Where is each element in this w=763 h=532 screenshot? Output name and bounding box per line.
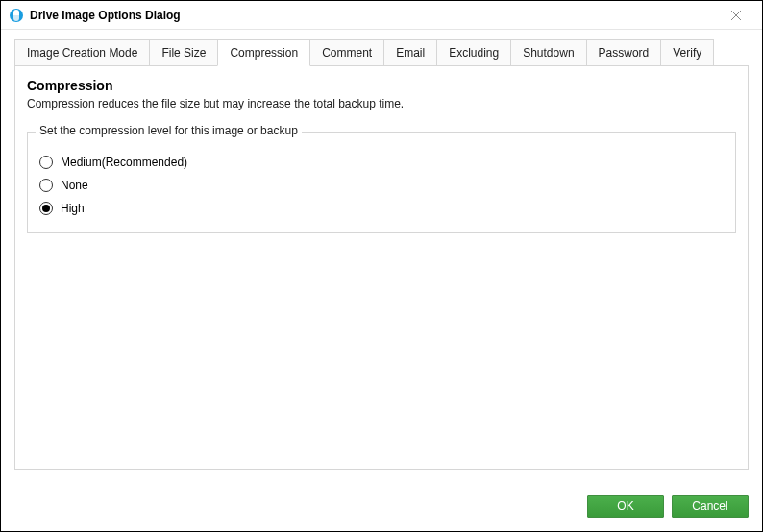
tab-label: Excluding <box>449 46 499 60</box>
button-label: Cancel <box>692 499 727 513</box>
radio-icon <box>39 179 53 192</box>
radio-option-none[interactable]: None <box>39 175 724 196</box>
tab-label: File Size <box>161 46 206 60</box>
section-title: Compression <box>27 78 736 93</box>
tab-label: Shutdown <box>523 46 574 60</box>
radio-label: Medium(Recommended) <box>61 156 187 169</box>
tab-shutdown[interactable]: Shutdown <box>510 39 586 65</box>
tab-verify[interactable]: Verify <box>660 39 714 65</box>
radio-option-high[interactable]: High <box>39 198 724 219</box>
tab-label: Password <box>599 46 650 60</box>
tab-excluding[interactable]: Excluding <box>436 39 511 65</box>
tab-image-creation-mode[interactable]: Image Creation Mode <box>14 39 150 65</box>
tab-email[interactable]: Email <box>383 39 437 65</box>
section-description: Compression reduces the file size but ma… <box>27 97 736 110</box>
tab-strip: Image Creation Mode File Size Compressio… <box>14 39 749 66</box>
tab-file-size[interactable]: File Size <box>149 39 218 65</box>
radio-icon <box>39 156 53 169</box>
tab-comment[interactable]: Comment <box>309 39 384 65</box>
cancel-button[interactable]: Cancel <box>672 495 749 518</box>
button-row: OK Cancel <box>587 495 749 518</box>
tab-label: Image Creation Mode <box>27 46 137 60</box>
titlebar: Drive Image Options Dialog <box>1 1 762 30</box>
window-close-button[interactable] <box>714 1 758 30</box>
button-label: OK <box>617 499 633 513</box>
tab-label: Comment <box>322 46 372 60</box>
compression-level-group: Set the compression level for this image… <box>27 132 736 233</box>
tab-panel: Compression Compression reduces the file… <box>14 66 749 470</box>
radio-label: None <box>61 179 88 192</box>
close-icon <box>731 11 741 20</box>
tab-label: Compression <box>230 46 298 60</box>
tab-compression[interactable]: Compression <box>217 39 310 66</box>
radio-option-medium[interactable]: Medium(Recommended) <box>39 152 724 173</box>
tab-label: Email <box>396 46 425 60</box>
content-area: Image Creation Mode File Size Compressio… <box>1 30 762 470</box>
tab-label: Verify <box>673 46 701 60</box>
radio-icon <box>39 202 53 215</box>
group-legend: Set the compression level for this image… <box>36 124 302 137</box>
ok-button[interactable]: OK <box>587 495 664 518</box>
radio-label: High <box>61 202 85 215</box>
tab-password[interactable]: Password <box>586 39 662 65</box>
titlebar-separator <box>1 29 762 30</box>
app-icon <box>9 8 24 23</box>
window-title: Drive Image Options Dialog <box>30 9 181 22</box>
